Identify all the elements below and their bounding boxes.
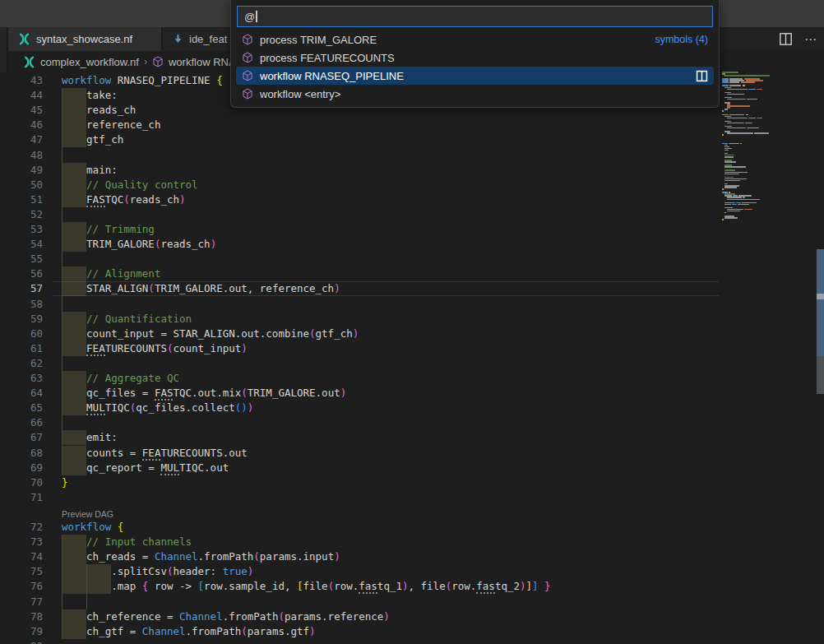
code-line[interactable]: 47gtf_ch: [0, 132, 720, 147]
code-line[interactable]: 69qc_report = MULTIQC.out: [0, 461, 720, 475]
codelens[interactable]: Preview DAG: [0, 505, 720, 520]
tab-label: ide_feat: [189, 33, 227, 45]
line-number[interactable]: 52: [0, 207, 43, 222]
scrollbar-thumb-secondary[interactable]: [817, 356, 824, 394]
minimap-line: [722, 110, 724, 112]
minimap-line: [724, 202, 735, 204]
line-number[interactable]: 47: [0, 132, 43, 147]
code-line[interactable]: 77: [0, 595, 720, 609]
code-line[interactable]: 56// Alignment: [0, 266, 720, 281]
code-line[interactable]: 62: [0, 356, 720, 371]
code-editor[interactable]: 43workflow RNASEQ_PIPELINE {44take:45rea…: [0, 72, 824, 644]
line-number[interactable]: 49: [0, 163, 43, 178]
quickpick-meta-link[interactable]: symbols (4): [655, 34, 708, 45]
line-number[interactable]: 45: [0, 103, 43, 118]
minimap-line: [729, 85, 741, 86]
more-actions-button[interactable]: ⋯: [804, 27, 817, 51]
quickpick-item[interactable]: process TRIM_GALOREsymbols (4): [236, 30, 714, 49]
line-number[interactable]: 48: [0, 148, 43, 163]
line-number[interactable]: 56: [0, 266, 43, 281]
line-number[interactable]: 74: [0, 549, 43, 564]
line-number[interactable]: 67: [0, 430, 43, 445]
code-line[interactable]: 66: [0, 415, 720, 430]
line-number[interactable]: 46: [0, 118, 43, 132]
code-line[interactable]: 60count_input = STAR_ALIGN.out.combine(g…: [0, 327, 720, 341]
code-line[interactable]: 78ch_reference = Channel.fromPath(params…: [0, 609, 720, 624]
line-number[interactable]: 76: [0, 579, 43, 594]
code-line[interactable]: 64qc_files = FASTQC.out.mix(TRIM_GALORE.…: [0, 386, 720, 401]
line-number[interactable]: 54: [0, 237, 43, 252]
quickpick-item[interactable]: workflow <entry>: [236, 85, 714, 103]
code-line[interactable]: 51FASTQC(reads_ch): [0, 192, 720, 207]
code-line[interactable]: 67emit:: [0, 430, 720, 445]
scrollbar-thumb[interactable]: [817, 249, 824, 356]
breadcrumb-file[interactable]: complex_workflow.nf: [40, 56, 139, 68]
minimap-line: [729, 114, 744, 116]
line-number[interactable]: 64: [0, 386, 43, 401]
code-line[interactable]: 79ch_gtf = Channel.fromPath(params.gtf): [0, 624, 720, 639]
tab-syntax-showcase[interactable]: syntax_showcase.nf: [8, 27, 162, 51]
vertical-scrollbar[interactable]: [817, 27, 824, 644]
line-number[interactable]: 79: [0, 624, 43, 639]
line-number[interactable]: 73: [0, 535, 43, 549]
line-number[interactable]: 63: [0, 371, 43, 386]
line-number[interactable]: 75: [0, 564, 43, 579]
line-number[interactable]: 70: [0, 475, 43, 490]
code-line[interactable]: 52: [0, 207, 720, 222]
line-number[interactable]: 60: [0, 327, 43, 341]
quickpick-item[interactable]: process FEATURECOUNTS: [236, 49, 714, 67]
line-number[interactable]: 43: [0, 73, 43, 88]
open-to-side-button[interactable]: [696, 70, 708, 82]
minimap-line: [722, 219, 724, 220]
minimap-line: [724, 75, 770, 76]
code-line[interactable]: 72workflow {: [0, 520, 720, 535]
code-line[interactable]: 74ch_reads = Channel.fromPath(params.inp…: [0, 549, 720, 564]
line-number[interactable]: 72: [0, 520, 43, 535]
line-number[interactable]: 44: [0, 88, 43, 103]
line-number[interactable]: 50: [0, 178, 43, 192]
line-number[interactable]: 55: [0, 252, 43, 266]
minimap-line: [727, 123, 744, 124]
line-number[interactable]: 53: [0, 222, 43, 237]
line-number[interactable]: 69: [0, 461, 43, 475]
line-number[interactable]: 80: [0, 639, 43, 644]
line-number[interactable]: 58: [0, 297, 43, 312]
line-number[interactable]: 61: [0, 341, 43, 356]
code-line[interactable]: 65MULTIQC(qc_files.collect()): [0, 401, 720, 415]
quickpick-item[interactable]: workflow RNASEQ_PIPELINE: [236, 67, 714, 85]
code-line[interactable]: 58: [0, 297, 720, 312]
code-line[interactable]: 73// Input channels: [0, 535, 720, 549]
code-line[interactable]: 59// Quantification: [0, 312, 720, 327]
code-line[interactable]: 63// Aggregate QC: [0, 371, 720, 386]
line-number[interactable]: 62: [0, 356, 43, 371]
line-number[interactable]: 71: [0, 490, 43, 505]
code-line[interactable]: 49main:: [0, 163, 720, 178]
code-line[interactable]: 54TRIM_GALORE(reads_ch): [0, 237, 720, 252]
minimap-line: [748, 118, 756, 119]
split-editor-icon[interactable]: [779, 32, 793, 46]
code-line[interactable]: 70}: [0, 475, 720, 490]
code-line[interactable]: 46reference_ch: [0, 118, 720, 132]
code-line[interactable]: 76.map { row -> [row.sample_id, [file(ro…: [0, 579, 720, 594]
code-line[interactable]: 68counts = FEATURECOUNTS.out: [0, 446, 720, 461]
minimap-line: [738, 204, 749, 206]
minimap[interactable]: [722, 72, 816, 224]
code-line[interactable]: 53// Trimming: [0, 222, 720, 237]
code-line[interactable]: 61FEATURECOUNTS(count_input): [0, 341, 720, 356]
code-line[interactable]: 80: [0, 639, 720, 644]
code-line[interactable]: 48: [0, 148, 720, 163]
line-number[interactable]: 57: [0, 281, 43, 296]
code-line[interactable]: 75.splitCsv(header: true): [0, 564, 720, 579]
minimap-line: [722, 188, 724, 190]
line-number[interactable]: 65: [0, 401, 43, 415]
quickpick-input[interactable]: @: [237, 6, 713, 27]
line-number[interactable]: 51: [0, 192, 43, 207]
code-line[interactable]: 50// Quality control: [0, 178, 720, 192]
line-number[interactable]: 78: [0, 609, 43, 624]
line-number[interactable]: 68: [0, 446, 43, 461]
code-line[interactable]: 71: [0, 490, 720, 505]
line-number[interactable]: 66: [0, 415, 43, 430]
line-number[interactable]: 59: [0, 312, 43, 327]
line-number[interactable]: 77: [0, 595, 43, 609]
code-line[interactable]: 55: [0, 252, 720, 266]
